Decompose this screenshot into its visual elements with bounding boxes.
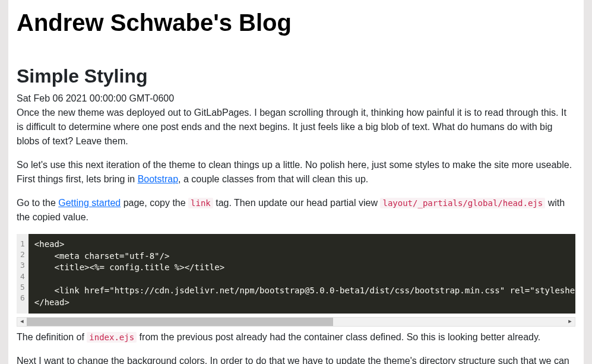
page-wrapper: Andrew Schwabe's Blog Simple Styling Sat… [8, 0, 584, 364]
text: page, copy the [121, 198, 188, 208]
line-number: 6 [20, 293, 25, 303]
line-number: 5 [20, 282, 25, 293]
paragraph: Go to the Getting started page, copy the… [17, 196, 575, 224]
paragraph: So let's use this next iteration of the … [17, 158, 575, 186]
line-number: 3 [20, 260, 25, 271]
line-number: 2 [20, 249, 25, 260]
post-title: Simple Styling [17, 62, 575, 90]
getting-started-link[interactable]: Getting started [58, 198, 121, 208]
code-block: 1 2 3 4 5 6 <head> <meta charset="utf-8"… [17, 234, 575, 314]
scroll-right-arrow[interactable]: ► [565, 318, 575, 326]
text: The definition of [17, 332, 87, 342]
site-title: Andrew Schwabe's Blog [17, 0, 575, 43]
bootstrap-link[interactable]: Bootstrap [138, 174, 178, 184]
blog-post: Simple Styling Sat Feb 06 2021 00:00:00 … [17, 43, 575, 364]
line-number: 4 [20, 271, 25, 282]
inline-code: index.ejs [87, 332, 137, 343]
scrollbar-thumb[interactable] [27, 318, 333, 326]
code-content: <head> <meta charset="utf-8"/> <title><%… [29, 234, 575, 314]
post-date: Sat Feb 06 2021 00:00:00 GMT-0600 [17, 91, 575, 106]
inline-code: layout/_partials/global/head.ejs [380, 198, 545, 208]
text: Go to the [17, 198, 58, 208]
post-body: Once the new theme was deployed out to G… [17, 106, 575, 364]
line-number: 1 [20, 239, 25, 249]
text: tag. Then update our head partial view [213, 198, 381, 208]
paragraph: Next I want to change the background col… [17, 354, 575, 364]
paragraph: The definition of index.ejs from the pre… [17, 330, 575, 344]
line-numbers: 1 2 3 4 5 6 [17, 234, 29, 314]
scroll-left-arrow[interactable]: ◄ [17, 318, 27, 326]
inline-code: link [188, 198, 213, 208]
text: from the previous post already had the c… [137, 332, 540, 342]
text: , a couple classes from that will clean … [178, 174, 368, 184]
horizontal-scrollbar[interactable]: ◄ ► [17, 317, 575, 327]
paragraph: Once the new theme was deployed out to G… [17, 106, 575, 148]
